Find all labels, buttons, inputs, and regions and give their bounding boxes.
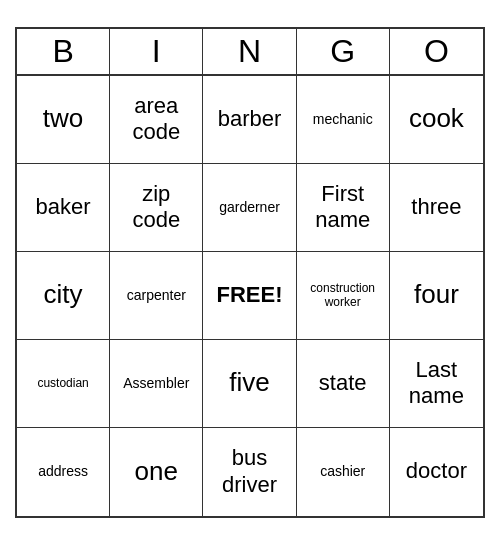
cell-text: custodian (37, 376, 88, 390)
cell-text: mechanic (313, 111, 373, 128)
bingo-cell: city (17, 252, 110, 340)
cell-text: four (414, 279, 459, 310)
cell-text: construction worker (310, 281, 375, 310)
cell-text: baker (36, 194, 91, 220)
bingo-cell: cashier (297, 428, 390, 516)
bingo-cell: five (203, 340, 296, 428)
bingo-cell: doctor (390, 428, 483, 516)
bingo-cell: cook (390, 76, 483, 164)
cell-text: cashier (320, 463, 365, 480)
bingo-cell: garderner (203, 164, 296, 252)
cell-text: one (135, 456, 178, 487)
bingo-cell: address (17, 428, 110, 516)
bingo-cell: mechanic (297, 76, 390, 164)
bingo-cell: zip code (110, 164, 203, 252)
cell-text: cook (409, 103, 464, 134)
cell-text: Last name (409, 357, 464, 410)
bingo-cell: one (110, 428, 203, 516)
cell-text: area code (132, 93, 180, 146)
cell-text: bus driver (222, 445, 277, 498)
cell-text: city (44, 279, 83, 310)
cell-text: First name (315, 181, 370, 234)
bingo-cell: custodian (17, 340, 110, 428)
bingo-cell: construction worker (297, 252, 390, 340)
cell-text: FREE! (216, 282, 282, 308)
bingo-cell: state (297, 340, 390, 428)
bingo-cell: Last name (390, 340, 483, 428)
bingo-cell: Assembler (110, 340, 203, 428)
bingo-cell: carpenter (110, 252, 203, 340)
header-letter-b: B (17, 29, 110, 74)
cell-text: carpenter (127, 287, 186, 304)
cell-text: state (319, 370, 367, 396)
bingo-cell: FREE! (203, 252, 296, 340)
cell-text: garderner (219, 199, 280, 216)
cell-text: address (38, 463, 88, 480)
cell-text: two (43, 103, 83, 134)
bingo-grid: twoarea codebarbermechaniccookbakerzip c… (17, 76, 483, 516)
header-letter-g: G (297, 29, 390, 74)
cell-text: three (411, 194, 461, 220)
bingo-cell: two (17, 76, 110, 164)
cell-text: five (229, 367, 269, 398)
cell-text: Assembler (123, 375, 189, 392)
cell-text: doctor (406, 458, 467, 484)
cell-text: zip code (132, 181, 180, 234)
bingo-cell: barber (203, 76, 296, 164)
cell-text: barber (218, 106, 282, 132)
header-letter-n: N (203, 29, 296, 74)
header-letter-i: I (110, 29, 203, 74)
bingo-cell: four (390, 252, 483, 340)
bingo-cell: area code (110, 76, 203, 164)
bingo-cell: baker (17, 164, 110, 252)
header-letter-o: O (390, 29, 483, 74)
bingo-cell: three (390, 164, 483, 252)
bingo-cell: First name (297, 164, 390, 252)
bingo-cell: bus driver (203, 428, 296, 516)
bingo-card: BINGO twoarea codebarbermechaniccookbake… (15, 27, 485, 518)
bingo-header: BINGO (17, 29, 483, 76)
